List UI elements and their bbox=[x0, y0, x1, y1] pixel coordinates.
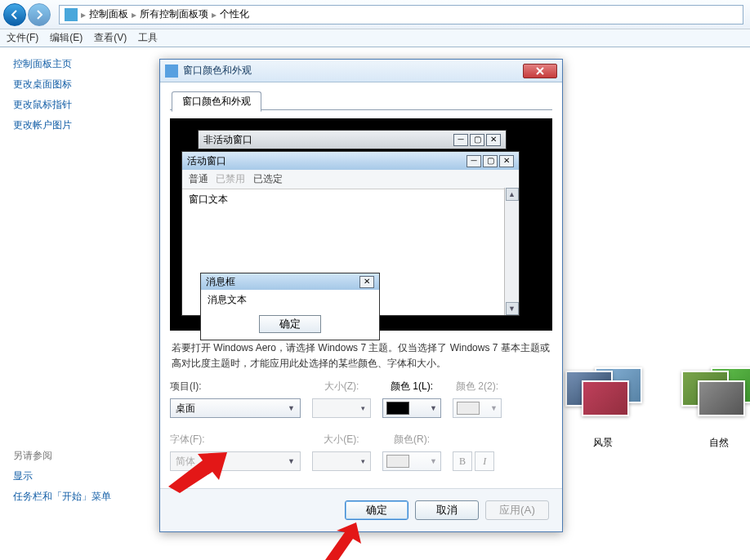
menu-edit[interactable]: 编辑(E) bbox=[50, 31, 83, 45]
preview-message-box: 消息框 ✕ 消息文本 确定 bbox=[200, 273, 380, 340]
sidebar-link-mouse-pointer[interactable]: 更改鼠标指针 bbox=[13, 98, 134, 112]
item-label: 项目(I): bbox=[170, 380, 301, 393]
menu-view[interactable]: 查看(V) bbox=[94, 31, 127, 45]
dialog-tabbar: 窗口颜色和外观 bbox=[170, 89, 552, 110]
chevron-down-icon: ▼ bbox=[288, 457, 295, 465]
dialog-titlebar[interactable]: 窗口颜色和外观 bbox=[160, 60, 562, 82]
sidebar-link-desktop-icons[interactable]: 更改桌面图标 bbox=[13, 78, 134, 91]
nav-forward-button[interactable] bbox=[28, 3, 51, 26]
preview-active-title: 活动窗口 bbox=[187, 154, 226, 168]
close-icon: ✕ bbox=[486, 134, 501, 146]
size-e-spinner: ▾ bbox=[312, 451, 371, 471]
maximize-icon: ▢ bbox=[470, 134, 484, 146]
scroll-down-icon: ▼ bbox=[506, 302, 519, 315]
minimize-icon: ─ bbox=[467, 155, 481, 167]
preview-menu-selected: 已选定 bbox=[253, 173, 283, 184]
sidebar-see-also-label: 另请参阅 bbox=[13, 450, 52, 461]
preview-window-text: 窗口文本 bbox=[182, 189, 519, 210]
explorer-navbar: ▸ 控制面板 ▸ 所有控制面板项 ▸ 个性化 bbox=[0, 0, 750, 29]
breadcrumb-sep-icon: ▸ bbox=[81, 9, 86, 20]
close-icon: ✕ bbox=[359, 276, 374, 288]
breadcrumb-leaf[interactable]: 个性化 bbox=[220, 7, 249, 21]
menu-file[interactable]: 文件(F) bbox=[7, 31, 38, 45]
italic-toggle: I bbox=[475, 451, 494, 471]
sidebar: 控制面板主页 更改桌面图标 更改鼠标指针 更改帐户图片 另请参阅 显示 任务栏和… bbox=[0, 47, 147, 560]
color2-button: ▼ bbox=[453, 398, 502, 418]
tab-window-color[interactable]: 窗口颜色和外观 bbox=[172, 91, 261, 112]
menu-tools[interactable]: 工具 bbox=[138, 31, 158, 45]
preview-menu-normal: 普通 bbox=[189, 173, 208, 184]
ok-button[interactable]: 确定 bbox=[345, 500, 408, 520]
scroll-up-icon: ▲ bbox=[506, 188, 519, 201]
preview-inactive-title: 非活动窗口 bbox=[203, 133, 252, 147]
theme-nature[interactable]: 自然 bbox=[680, 362, 750, 450]
preview-inactive-window: 非活动窗口 ─ ▢ ✕ bbox=[198, 130, 507, 149]
theme-scenery[interactable]: 风景 bbox=[564, 362, 642, 450]
color1-button[interactable]: ▼ bbox=[382, 398, 441, 418]
sidebar-link-display[interactable]: 显示 bbox=[13, 469, 134, 483]
preview-msg-ok-button: 确定 bbox=[259, 315, 321, 333]
svg-marker-0 bbox=[168, 452, 227, 493]
nav-back-button[interactable] bbox=[3, 3, 26, 26]
dialog-icon bbox=[165, 64, 178, 78]
color-r-label: 颜色(R): bbox=[382, 433, 441, 447]
breadcrumb-root[interactable]: 控制面板 bbox=[89, 7, 128, 21]
size-e-label: 大小(E): bbox=[312, 433, 371, 447]
preview-scrollbar: ▲ ▼ bbox=[504, 188, 519, 315]
preview-active-window: 活动窗口 ─ ▢ ✕ 普通 已禁用 已选定 窗口文本 ▲ ▼ bbox=[181, 151, 520, 316]
theme-nature-label: 自然 bbox=[680, 436, 750, 450]
sidebar-link-account-picture[interactable]: 更改帐户图片 bbox=[13, 118, 134, 132]
font-label: 字体(F): bbox=[170, 433, 301, 447]
apply-button: 应用(A) bbox=[485, 500, 549, 520]
minimize-icon: ─ bbox=[453, 134, 468, 146]
address-bar[interactable]: ▸ 控制面板 ▸ 所有控制面板项 ▸ 个性化 bbox=[59, 5, 743, 24]
sidebar-home-link[interactable]: 控制面板主页 bbox=[13, 58, 72, 69]
preview-msg-title: 消息框 bbox=[206, 275, 235, 289]
breadcrumb-mid[interactable]: 所有控制面板项 bbox=[140, 7, 208, 21]
control-panel-icon bbox=[65, 8, 78, 21]
annotation-arrow-icon bbox=[315, 522, 374, 560]
svg-marker-1 bbox=[325, 522, 361, 560]
color1-label: 颜色 1(L): bbox=[382, 380, 441, 393]
cancel-button[interactable]: 取消 bbox=[415, 500, 479, 520]
color-r-button: ▼ bbox=[382, 451, 441, 471]
chevron-down-icon: ▼ bbox=[288, 404, 295, 412]
dialog-close-button[interactable] bbox=[523, 64, 557, 78]
bold-toggle: B bbox=[453, 451, 472, 471]
aero-note: 若要打开 Windows Aero，请选择 Windows 7 主题。仅当选择了… bbox=[172, 340, 551, 371]
item-select-value: 桌面 bbox=[176, 402, 195, 416]
maximize-icon: ▢ bbox=[483, 155, 498, 167]
appearance-preview: 非活动窗口 ─ ▢ ✕ 活动窗口 ─ ▢ ✕ bbox=[170, 118, 552, 331]
item-select[interactable]: 桌面 ▼ bbox=[170, 398, 301, 418]
close-icon: ✕ bbox=[499, 155, 514, 167]
color2-label: 颜色 2(2): bbox=[453, 380, 502, 393]
size-z-spinner: ▾ bbox=[312, 398, 371, 418]
dialog-title-text: 窗口颜色和外观 bbox=[183, 64, 523, 78]
preview-msg-text: 消息文本 bbox=[201, 290, 379, 312]
preview-menu-disabled: 已禁用 bbox=[216, 173, 245, 184]
sidebar-link-taskbar-start[interactable]: 任务栏和「开始」菜单 bbox=[13, 490, 134, 504]
annotation-arrow-icon bbox=[168, 452, 227, 493]
menu-bar: 文件(F) 编辑(E) 查看(V) 工具 bbox=[0, 29, 750, 47]
size-z-label: 大小(Z): bbox=[312, 380, 371, 393]
theme-scenery-label: 风景 bbox=[564, 436, 642, 450]
